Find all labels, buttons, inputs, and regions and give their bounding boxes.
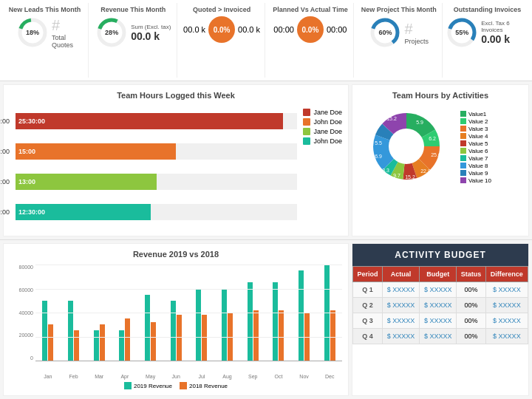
bar-chart-area: 25:30:00 25:30:00 15:00 15:00 13:00 13:0… <box>10 106 297 227</box>
new-project-sub: Projects <box>404 38 429 45</box>
hash-icon: # <box>52 17 60 33</box>
kpi-new-project: New Project This Month 60% # Projects <box>355 3 443 78</box>
period-q3: Q 3 <box>353 313 383 329</box>
bar-row-3: 13:00 13:00 <box>10 174 297 190</box>
col-status: Status <box>457 267 485 282</box>
svg-text:5.5: 5.5 <box>375 140 382 146</box>
outstanding-donut: 55% <box>446 16 478 49</box>
team-hours-chart: Team Hours Logged this Week 25:30:00 25:… <box>3 84 349 236</box>
period-q1: Q 1 <box>353 282 383 298</box>
bar-row-1: 25:30:00 25:30:00 <box>10 113 297 129</box>
kpi-planned: Planned Vs Actual Time 00:00 0.0% 00:00 <box>267 3 354 78</box>
budget-q3: $ XXXXX <box>420 313 457 329</box>
new-project-pct: 60% <box>378 29 392 36</box>
col-budget: Budget <box>420 267 457 282</box>
outstanding-sub1: Excl. Tax 6 Invoices <box>481 20 529 33</box>
actual-q1: $ XXXXX <box>382 282 419 298</box>
new-leads-pct: 18% <box>26 29 39 36</box>
activity-budget-table: Period Actual Budget Status Difference Q… <box>352 266 528 344</box>
new-leads-sub2: Quotes <box>52 41 73 49</box>
quoted-right: 00.0 k <box>238 25 260 34</box>
status-q1: 00% <box>457 282 485 298</box>
hash-icon2: # <box>404 21 412 37</box>
svg-point-8 <box>389 129 424 164</box>
team-hours-title: Team Hours Logged this Week <box>10 91 342 100</box>
table-row: Q 1 $ XXXXX $ XXXXX 00% $ XXXXX <box>353 282 528 298</box>
status-q4: 00% <box>457 329 485 344</box>
kpi-outstanding-title: Outstanding Invoices <box>454 6 522 13</box>
x-axis: Jan Feb Mar Apr May Jun Jul Aug Sep Oct … <box>35 374 342 379</box>
kpi-row: New Leads This Month 18% # Total Quotes … <box>0 0 532 81</box>
legend-dot-2 <box>303 118 310 126</box>
status-q3: 00% <box>457 313 485 329</box>
col-period: Period <box>353 267 383 282</box>
legend-2019 <box>124 382 132 389</box>
svg-text:9.7: 9.7 <box>393 173 400 178</box>
actual-q2: $ XXXXX <box>382 298 419 313</box>
svg-text:5.9: 5.9 <box>416 120 423 125</box>
kpi-new-leads: New Leads This Month 18% # Total Quotes <box>1 3 89 78</box>
svg-text:6.2: 6.2 <box>429 136 436 141</box>
revenue-donut: 28% <box>95 16 128 49</box>
diff-q2: $ XXXXX <box>485 298 528 313</box>
budget-q1: $ XXXXX <box>420 282 457 298</box>
budget-q4: $ XXXXX <box>420 329 457 344</box>
kpi-quoted-title: Quoted > Invoiced <box>193 6 250 13</box>
legend-dot-1 <box>303 109 310 116</box>
activities-title: Team Hours by Activities <box>358 91 522 100</box>
kpi-outstanding: Outstanding Invoices 55% Excl. Tax 6 Inv… <box>444 3 531 78</box>
bar-legend: Jane Doe John Doe Jane Doe John Doe <box>303 109 342 227</box>
revenue-value: 00.0 k <box>131 30 171 42</box>
planned-pct: 0.0% <box>297 16 324 43</box>
activity-budget: ACTIVITY BUDGET Period Actual Budget Sta… <box>352 243 529 396</box>
outstanding-pct: 55% <box>455 29 468 36</box>
revenue-legend: 2019 Revenue 2018 Revenue <box>10 382 342 389</box>
table-row: Q 2 $ XXXXX $ XXXXX 00% $ XXXXX <box>353 298 528 313</box>
svg-text:25.6: 25.6 <box>431 152 441 157</box>
col-actual: Actual <box>382 267 419 282</box>
legend-dot-4 <box>303 137 310 145</box>
col-difference: Difference <box>485 267 528 282</box>
revenue-chart: Revenue 2019 vs 2018 0 20000 40000 60000… <box>3 243 349 396</box>
legend-2018 <box>180 382 187 389</box>
svg-text:22.8: 22.8 <box>420 168 431 174</box>
quoted-pct: 0.0% <box>208 16 235 43</box>
svg-text:15.2: 15.2 <box>405 174 415 180</box>
period-q4: Q 4 <box>353 329 383 344</box>
actual-q4: $ XXXXX <box>382 329 419 344</box>
quoted-left: 00.0 k <box>183 25 205 34</box>
team-hours-activities: Team Hours by Activities <box>352 84 529 236</box>
period-q2: Q 2 <box>353 298 383 313</box>
diff-q1: $ XXXXX <box>485 282 528 298</box>
planned-right: 00:00 <box>327 25 347 34</box>
legend-dot-3 <box>303 128 310 135</box>
planned-left: 00:00 <box>273 25 294 34</box>
status-q2: 00% <box>457 298 485 313</box>
revenue-pct: 28% <box>105 29 118 36</box>
kpi-revenue-title: Revenue This Month <box>100 6 166 13</box>
diff-q3: $ XXXXX <box>485 313 528 329</box>
table-row: Q 4 $ XXXXX $ XXXXX 00% $ XXXXX <box>353 329 528 344</box>
svg-text:15.2: 15.2 <box>386 116 397 121</box>
kpi-quoted: Quoted > Invoiced 00.0 k 0.0% 00.0 k <box>179 3 266 78</box>
diff-q4: $ XXXXX <box>485 329 528 344</box>
outstanding-value: 0.00 k <box>481 33 529 45</box>
bottom-row: Revenue 2019 vs 2018 0 20000 40000 60000… <box>0 240 532 399</box>
activity-legend: Value1 Value 2 Value 3 Value 4 Value 5 V… <box>460 111 491 184</box>
kpi-revenue: Revenue This Month 28% Sum (Excl. tax) 0… <box>90 3 177 78</box>
svg-text:8.3: 8.3 <box>382 168 389 173</box>
dashboard: New Leads This Month 18% # Total Quotes … <box>0 0 532 399</box>
middle-row: Team Hours Logged this Week 25:30:00 25:… <box>0 81 532 240</box>
new-leads-donut: 18% <box>16 16 49 49</box>
revenue-title: Revenue 2019 vs 2018 <box>10 250 342 259</box>
y-axis: 0 20000 40000 60000 80000 <box>10 265 35 361</box>
svg-text:6.9: 6.9 <box>375 154 382 159</box>
activity-budget-header: ACTIVITY BUDGET <box>352 244 528 266</box>
kpi-planned-title: Planned Vs Actual Time <box>273 6 348 13</box>
new-leads-sub1: Total <box>52 34 73 41</box>
new-project-donut: 60% <box>369 16 401 49</box>
bar-row-4: 12:30:00 12:30:00 <box>10 204 297 220</box>
kpi-new-project-title: New Project This Month <box>361 6 437 13</box>
bar-row-2: 15:00 15:00 <box>10 143 297 160</box>
revenue-sub1: Sum (Excl. tax) <box>131 24 171 30</box>
